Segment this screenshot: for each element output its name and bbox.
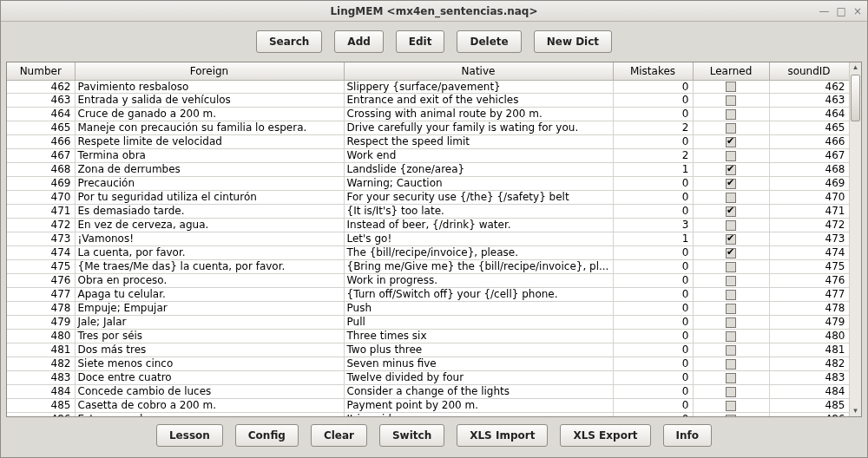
- switch-button[interactable]: Switch: [379, 424, 444, 447]
- config-button[interactable]: Config: [235, 424, 299, 447]
- table-row[interactable]: 481Dos más tresTwo plus three0481: [7, 343, 849, 357]
- table-row[interactable]: 482Siete menos cincoSeven minus five0482: [7, 357, 849, 370]
- learned-checkbox[interactable]: [726, 401, 736, 411]
- learned-checkbox[interactable]: [726, 290, 736, 300]
- learned-checkbox[interactable]: [726, 151, 736, 161]
- learned-checkbox[interactable]: [726, 123, 736, 134]
- table-row[interactable]: 465Maneje con precaución su familia lo e…: [7, 121, 849, 134]
- table-row[interactable]: 485Casetta de cobro a 200 m.Payment poin…: [7, 398, 849, 412]
- table-row[interactable]: 486Esta pagando.It is paid.0486: [7, 412, 849, 416]
- column-header-number[interactable]: Number: [7, 62, 75, 80]
- column-header-foreign[interactable]: Foreign: [75, 62, 344, 80]
- delete-button[interactable]: Delete: [457, 30, 521, 53]
- cell-foreign: Por tu seguridad utiliza el cinturón: [75, 190, 344, 204]
- add-button[interactable]: Add: [334, 30, 383, 53]
- table-row[interactable]: 476Obra en proceso.Work in progress.0476: [7, 273, 849, 287]
- learned-checkbox[interactable]: [726, 206, 736, 217]
- info-button[interactable]: Info: [663, 424, 712, 447]
- learned-checkbox[interactable]: [726, 331, 736, 342]
- cell-native: It is paid.: [344, 412, 613, 416]
- learned-checkbox[interactable]: [726, 359, 736, 370]
- learned-checkbox[interactable]: [726, 193, 736, 203]
- learned-checkbox[interactable]: [726, 82, 736, 92]
- cell-native: Crossing with animal route by 200 m.: [344, 107, 613, 121]
- window-minimize-icon[interactable]: —: [819, 5, 830, 17]
- cell-native: Let's go!: [344, 232, 613, 245]
- table-row[interactable]: 462Pavimiento resbalosoSlippery {surface…: [7, 80, 849, 93]
- scrollbar-thumb[interactable]: [851, 75, 860, 121]
- edit-button[interactable]: Edit: [396, 30, 445, 53]
- column-header-mistakes[interactable]: Mistakes: [613, 62, 693, 80]
- table-row[interactable]: 466Respete limite de velocidadRespect th…: [7, 134, 849, 148]
- column-header-learned[interactable]: Learned: [693, 62, 769, 80]
- new-dict-button[interactable]: New Dict: [534, 30, 612, 53]
- table-row[interactable]: 471Es demasiado tarde.{It is/It's} too l…: [7, 204, 849, 218]
- table-row[interactable]: 478Empuje; EmpujarPush0478: [7, 301, 849, 315]
- cell-foreign: Precaución: [75, 176, 344, 190]
- learned-checkbox[interactable]: [726, 415, 736, 417]
- dictionary-table-scroll[interactable]: Number Foreign Native Mistakes Learned s…: [7, 62, 849, 416]
- table-row[interactable]: 475{Me traes/Me das} la cuenta, por favo…: [7, 259, 849, 273]
- cell-foreign: Entrada y salida de vehículos: [75, 93, 344, 107]
- learned-checkbox[interactable]: [726, 234, 736, 245]
- table-row[interactable]: 472En vez de cerveza, agua.Instead of be…: [7, 218, 849, 232]
- table-row[interactable]: 464Cruce de ganado a 200 m.Crossing with…: [7, 107, 849, 121]
- column-header-native[interactable]: Native: [344, 62, 613, 80]
- clear-button[interactable]: Clear: [311, 424, 367, 447]
- learned-checkbox[interactable]: [726, 345, 736, 356]
- table-row[interactable]: 469PrecauciónWarning; Cauction0469: [7, 176, 849, 190]
- learned-checkbox[interactable]: [726, 109, 736, 120]
- cell-mistakes: 0: [613, 93, 693, 107]
- table-row[interactable]: 480Tres por séisThree times six0480: [7, 329, 849, 343]
- learned-checkbox[interactable]: [726, 137, 736, 147]
- cell-native: Landslide {zone/area}: [344, 162, 613, 176]
- table-row[interactable]: 484Concede cambio de lucesConsider a cha…: [7, 384, 849, 398]
- learned-checkbox[interactable]: [726, 317, 736, 328]
- cell-number: 467: [7, 148, 75, 162]
- learned-checkbox[interactable]: [726, 165, 736, 175]
- cell-number: 470: [7, 190, 75, 204]
- xls-import-button[interactable]: XLS Import: [457, 424, 548, 447]
- cell-mistakes: 0: [613, 398, 693, 412]
- cell-number: 474: [7, 245, 75, 259]
- learned-checkbox[interactable]: [726, 220, 736, 231]
- xls-export-button[interactable]: XLS Export: [560, 424, 650, 447]
- table-row[interactable]: 463Entrada y salida de vehículosEntrance…: [7, 93, 849, 107]
- cell-mistakes: 0: [613, 80, 693, 93]
- table-row[interactable]: 477Apaga tu celular.{Turn off/Switch off…: [7, 287, 849, 301]
- cell-foreign: Siete menos cinco: [75, 357, 344, 370]
- cell-soundid: 464: [769, 107, 849, 121]
- lesson-button[interactable]: Lesson: [156, 424, 223, 447]
- cell-native: Work in progress.: [344, 273, 613, 287]
- window-close-icon[interactable]: ×: [853, 5, 862, 17]
- learned-checkbox[interactable]: [726, 248, 736, 258]
- scroll-up-arrow-icon[interactable]: ▴: [850, 62, 861, 73]
- cell-soundid: 480: [769, 329, 849, 343]
- table-row[interactable]: 483Doce entre cuatroTwelve divided by fo…: [7, 370, 849, 384]
- scroll-down-arrow-icon[interactable]: ▾: [850, 406, 861, 416]
- table-row[interactable]: 479Jale; JalarPull0479: [7, 315, 849, 329]
- cell-learned: [693, 370, 769, 384]
- table-row[interactable]: 470Por tu seguridad utiliza el cinturónF…: [7, 190, 849, 204]
- learned-checkbox[interactable]: [726, 262, 736, 272]
- cell-learned: [693, 134, 769, 148]
- search-button[interactable]: Search: [256, 30, 322, 53]
- cell-number: 479: [7, 315, 75, 329]
- table-row[interactable]: 474La cuenta, por favor.The {bill/recipe…: [7, 245, 849, 259]
- cell-soundid: 471: [769, 204, 849, 218]
- table-row[interactable]: 473¡Vamonos!Let's go!1473: [7, 232, 849, 245]
- learned-checkbox[interactable]: [726, 276, 736, 286]
- learned-checkbox[interactable]: [726, 179, 736, 189]
- cell-mistakes: 0: [613, 370, 693, 384]
- learned-checkbox[interactable]: [726, 387, 736, 397]
- cell-soundid: 476: [769, 273, 849, 287]
- table-row[interactable]: 468Zona de derrumbesLandslide {zone/area…: [7, 162, 849, 176]
- vertical-scrollbar[interactable]: ▴ ▾: [849, 62, 861, 416]
- learned-checkbox[interactable]: [726, 304, 736, 314]
- window-maximize-icon[interactable]: □: [837, 5, 846, 17]
- table-row[interactable]: 467Termina obraWork end2467: [7, 148, 849, 162]
- column-header-soundid[interactable]: soundID: [769, 62, 849, 80]
- learned-checkbox[interactable]: [726, 95, 736, 106]
- cell-native: Twelve divided by four: [344, 370, 613, 384]
- learned-checkbox[interactable]: [726, 373, 736, 383]
